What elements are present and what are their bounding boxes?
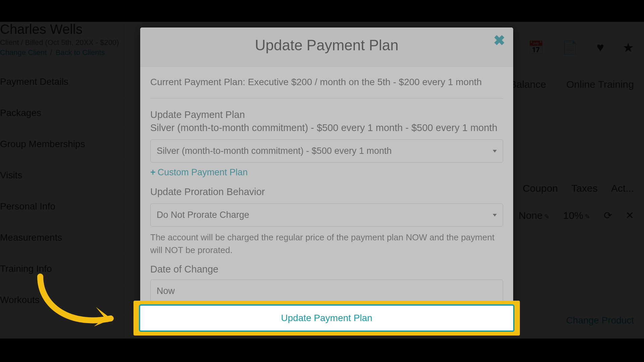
client-subline: Client / Billed (Oct 5th, 20XX - $200): [0, 38, 124, 48]
proration-select-value: Do Not Prorate Charge: [157, 210, 249, 220]
date-of-change-input[interactable]: Now: [150, 280, 503, 303]
update-plan-line: Silver (month-to-month commitment) - $50…: [150, 122, 503, 133]
refresh-icon[interactable]: ⟳: [604, 209, 612, 221]
table-row: None✎ 10%✎ ⟳ ✕: [519, 209, 644, 221]
highlight-frame: Update Payment Plan: [133, 301, 520, 336]
divider: [150, 98, 503, 99]
star-icon[interactable]: ★: [623, 40, 634, 55]
chevron-down-icon: [493, 214, 497, 217]
current-plan-line: Current Payment Plan: Executive $200 / m…: [150, 77, 503, 87]
sidebar-item-visits[interactable]: Visits: [0, 160, 124, 191]
col-header-coupon: Coupon: [523, 183, 558, 194]
proration-select[interactable]: Do Not Prorate Charge: [150, 203, 503, 227]
update-payment-plan-modal: Update Payment Plan ✖ Current Payment Pl…: [140, 27, 513, 309]
modal-body: Current Payment Plan: Executive $200 / m…: [140, 67, 513, 309]
proration-help-text: The account will be charged the regular …: [150, 231, 503, 256]
payment-plan-select-value: Silver (month-to-month commitment) - $50…: [157, 146, 392, 156]
change-product-link[interactable]: Change Product: [566, 315, 634, 326]
date-of-change-value: Now: [157, 286, 175, 296]
sidebar-item-payment-details[interactable]: Payment Details: [0, 66, 124, 98]
sidebar-item-packages[interactable]: Packages: [0, 98, 124, 129]
delete-icon[interactable]: ✕: [626, 209, 634, 221]
col-header-taxes: Taxes: [571, 183, 597, 194]
custom-payment-plan-link[interactable]: +Custom Payment Plan: [150, 167, 503, 178]
update-payment-plan-button[interactable]: Update Payment Plan: [139, 304, 515, 332]
heart-icon[interactable]: ♥: [596, 40, 604, 55]
proration-label: Update Proration Behavior: [150, 186, 503, 197]
tab-balance[interactable]: Balance: [510, 79, 546, 90]
date-of-change-label: Date of Change: [150, 264, 503, 275]
sidebar-item-measurements[interactable]: Measurements: [0, 222, 124, 253]
sidebar-item-personal-info[interactable]: Personal Info: [0, 191, 124, 222]
link-separator: /: [50, 48, 52, 57]
sidebar-item-group-memberships[interactable]: Group Memberships: [0, 129, 124, 160]
col-header-actions: Act...: [611, 183, 634, 194]
client-name: Charles Wells: [0, 22, 124, 38]
cell-coupon[interactable]: None✎: [519, 210, 550, 221]
update-button-label: Update Payment Plan: [281, 313, 372, 323]
tab-online-training[interactable]: Online Training: [566, 79, 634, 90]
plus-icon: +: [150, 167, 156, 177]
cell-taxes[interactable]: 10%✎: [563, 210, 590, 221]
calendar-icon[interactable]: 📅: [528, 40, 544, 55]
document-icon[interactable]: 📄: [562, 40, 578, 55]
payment-plan-select[interactable]: Silver (month-to-month commitment) - $50…: [150, 139, 503, 163]
annotation-arrow-icon: [34, 273, 124, 337]
pencil-icon[interactable]: ✎: [544, 213, 550, 220]
modal-title: Update Payment Plan: [140, 37, 513, 54]
chevron-down-icon: [493, 150, 497, 153]
change-client-link[interactable]: Change Client: [0, 48, 47, 57]
close-icon[interactable]: ✖: [493, 34, 505, 48]
modal-header: Update Payment Plan ✖: [140, 27, 513, 67]
update-plan-label: Update Payment Plan: [150, 109, 503, 120]
pencil-icon[interactable]: ✎: [585, 213, 590, 220]
back-to-clients-link[interactable]: Back to Clients: [56, 48, 105, 57]
